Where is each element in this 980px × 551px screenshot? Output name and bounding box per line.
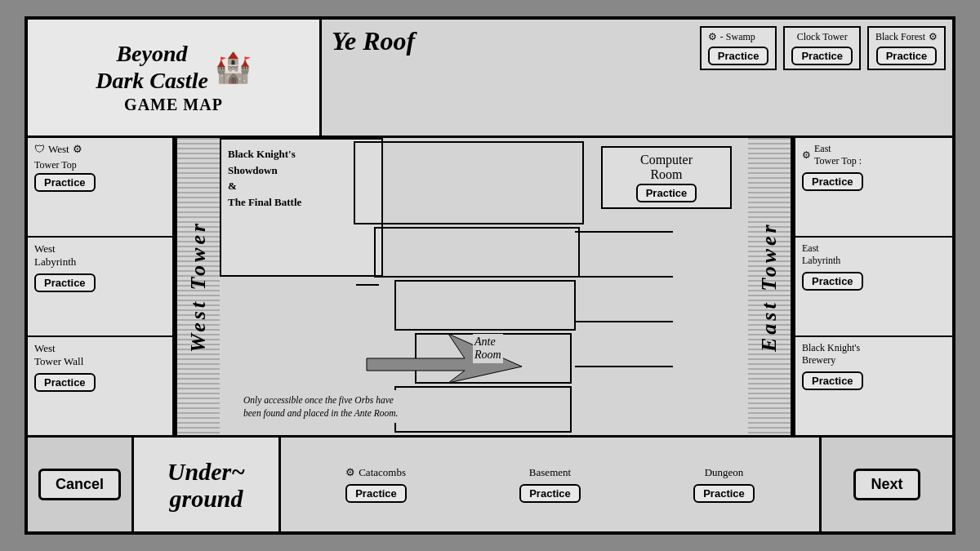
east-tower-label: East Tower: [748, 138, 793, 435]
swamp-box: ⚙ - Swamp Practice: [700, 26, 777, 70]
catacombs-practice-button[interactable]: Practice: [345, 484, 407, 503]
dungeon-name: Dungeon: [693, 466, 755, 479]
east-labyrinth-box: EastLabyrinth Practice: [795, 238, 952, 337]
shield-icon: 🛡: [34, 143, 45, 156]
top-row: Beyond Dark Castle 🏰 GAME MAP Ye Roof ⚙ …: [28, 20, 952, 138]
title-line1: Beyond: [116, 41, 187, 66]
west-tower-label: West Tower: [175, 138, 220, 435]
forest-icon: ⚙: [929, 31, 938, 42]
title-box: Beyond Dark Castle 🏰 GAME MAP: [28, 20, 322, 136]
black-knight-brewery-name: Black Knight'sBrewery: [802, 342, 946, 367]
black-knight-box: Black Knight'sShowdown&The Final Battle: [220, 138, 383, 277]
game-map: Beyond Dark Castle 🏰 GAME MAP Ye Roof ⚙ …: [24, 16, 956, 535]
catacombs-icon: ⚙: [345, 466, 355, 479]
orbs-note: Only accessible once the five Orbs have …: [240, 390, 412, 423]
underground-title: Under~ground: [167, 458, 245, 512]
title-line2: Dark Castle: [96, 68, 208, 93]
black-forest-box: Black Forest ⚙ Practice: [867, 26, 946, 70]
right-col: ⚙ EastTower Top : Practice EastLabyrinth…: [793, 138, 952, 435]
west-labyrinth-name: WestLabyrinth: [34, 242, 166, 269]
basement-name: Basement: [519, 466, 581, 479]
roof-title: Ye Roof: [332, 26, 415, 56]
black-knight-title: Black Knight'sShowdown&The Final Battle: [228, 146, 375, 210]
svg-rect-0: [354, 142, 583, 224]
east-gear-icon: ⚙: [802, 149, 811, 162]
west-labyrinth-practice-button[interactable]: Practice: [34, 273, 96, 292]
east-tower-top-practice-button[interactable]: Practice: [802, 172, 863, 191]
clock-tower-practice-button[interactable]: Practice: [791, 47, 853, 65]
west-tower-wall-name: WestTower Wall: [34, 342, 166, 368]
black-knight-brewery-practice-button[interactable]: Practice: [802, 371, 863, 390]
castle-icon: 🏰: [215, 51, 252, 85]
black-knight-brewery-box: Black Knight'sBrewery Practice: [795, 337, 952, 435]
top-locations: ⚙ - Swamp Practice Clock Tower Practice …: [700, 26, 946, 70]
dungeon-box: Dungeon Practice: [693, 466, 755, 503]
swamp-icon: ⚙: [708, 31, 717, 42]
game-map-label: GAME MAP: [124, 96, 223, 114]
computer-room-box: ComputerRoom Practice: [601, 146, 732, 209]
svg-rect-4: [395, 387, 571, 432]
catacombs-name: ⚙ Catacombs: [345, 466, 407, 479]
cancel-button[interactable]: Cancel: [38, 469, 121, 500]
bottom-locations: ⚙ Catacombs Practice Basement Practice D…: [281, 438, 822, 531]
black-forest-practice-button[interactable]: Practice: [876, 47, 938, 65]
svg-rect-1: [375, 228, 579, 277]
west-tower-top-box: 🛡 West ⚙ Tower Top Practice: [28, 138, 172, 238]
middle-row: 🛡 West ⚙ Tower Top Practice WestLabyrint…: [28, 138, 952, 438]
east-tower-top-name: ⚙ EastTower Top :: [802, 143, 946, 167]
svg-rect-2: [395, 281, 575, 330]
west-tower-top-name: 🛡 West ⚙: [34, 143, 166, 156]
west-tower-top-practice-button[interactable]: Practice: [34, 173, 96, 192]
basement-practice-button[interactable]: Practice: [519, 484, 581, 503]
black-forest-name: Black Forest ⚙: [875, 31, 938, 42]
basement-box: Basement Practice: [519, 466, 581, 503]
swamp-name: ⚙ - Swamp: [708, 31, 769, 42]
game-title: Beyond Dark Castle: [96, 41, 208, 93]
underground-box: Under~ground: [134, 438, 281, 531]
next-wrap: Next: [822, 438, 952, 531]
clock-tower-name: Clock Tower: [791, 31, 853, 42]
ante-room-label: AnteRoom: [473, 334, 503, 363]
dungeon-practice-button[interactable]: Practice: [693, 484, 755, 503]
computer-room-name: ComputerRoom: [608, 153, 725, 182]
bottom-row: Cancel Under~ground ⚙ Catacombs Practice…: [28, 438, 952, 531]
next-button[interactable]: Next: [853, 469, 920, 500]
west-tower-wall-box: WestTower Wall Practice: [28, 337, 172, 435]
center-area: Black Knight'sShowdown&The Final Battle …: [220, 138, 748, 435]
swamp-practice-button[interactable]: Practice: [708, 47, 769, 65]
roof-section: Ye Roof ⚙ - Swamp Practice Clock Tower P…: [322, 20, 952, 136]
west-tower-wall-practice-button[interactable]: Practice: [34, 373, 96, 392]
gear-icon: ⚙: [73, 143, 82, 156]
cancel-wrap: Cancel: [28, 438, 134, 531]
left-col: 🛡 West ⚙ Tower Top Practice WestLabyrint…: [28, 138, 175, 435]
computer-room-practice-button[interactable]: Practice: [636, 184, 697, 202]
clock-tower-box: Clock Tower Practice: [783, 26, 861, 70]
west-labyrinth-box: WestLabyrinth Practice: [28, 238, 172, 337]
catacombs-box: ⚙ Catacombs Practice: [345, 466, 407, 503]
east-labyrinth-practice-button[interactable]: Practice: [802, 272, 863, 291]
east-tower-top-box: ⚙ EastTower Top : Practice: [795, 138, 952, 238]
east-labyrinth-name: EastLabyrinth: [802, 242, 946, 267]
